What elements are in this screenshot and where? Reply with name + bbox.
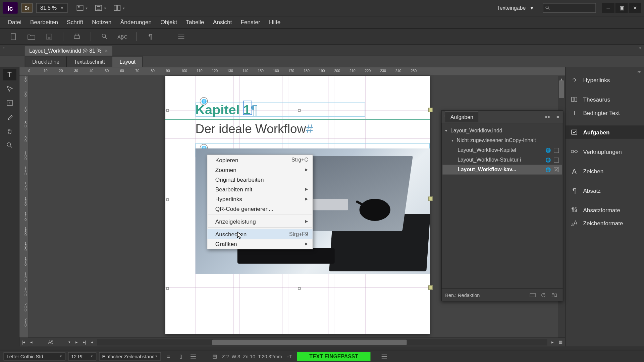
- dock-panel-hyperlinks[interactable]: Hyperlinks: [566, 73, 644, 87]
- search-input[interactable]: [543, 3, 596, 13]
- assignments-tab[interactable]: Aufgaben: [445, 111, 478, 122]
- menu-schrift[interactable]: Schrift: [62, 17, 88, 27]
- window-minimize-button[interactable]: ─: [602, 3, 614, 13]
- tree-status-icon[interactable]: 🌐: [544, 157, 552, 164]
- context-menu-item[interactable]: AuscheckenStrg+F9: [207, 229, 313, 239]
- copyfit-icon[interactable]: ↕T: [285, 352, 294, 360]
- position-tool[interactable]: [3, 97, 16, 109]
- document-tab[interactable]: Layout_Workflow.indd @ 81 % ×: [25, 46, 112, 56]
- dock-panel-aufgaben[interactable]: Aufgaben: [566, 125, 644, 139]
- assignment-tree-row[interactable]: Layout_Workflow-kav...🌐: [442, 165, 562, 175]
- status-menu-icon[interactable]: [379, 352, 389, 360]
- assignment-tree-row[interactable]: ▾Layout_Workflow.indd: [442, 126, 562, 136]
- scroll-thumb[interactable]: [212, 340, 407, 345]
- prev-page-button[interactable]: ◂: [28, 340, 36, 345]
- menu-ansicht[interactable]: Ansicht: [209, 17, 236, 27]
- open-icon[interactable]: [26, 32, 36, 41]
- close-tab-icon[interactable]: ×: [105, 48, 108, 54]
- menu-datei[interactable]: Datei: [4, 17, 26, 27]
- frame-handle[interactable]: [166, 287, 169, 290]
- view-tab-textabschnitt[interactable]: Textabschnitt: [66, 57, 112, 67]
- assignments-panel[interactable]: ⋮ Aufgaben ▸▸ ≡ ▾Layout_Workflow.indd▾Ni…: [441, 111, 563, 301]
- update-icon[interactable]: [527, 291, 538, 299]
- type-tool[interactable]: T: [3, 69, 16, 80]
- assignment-tree-row[interactable]: Layout_Workflow-Kapitel🌐: [442, 145, 562, 155]
- frame-outport[interactable]: [428, 108, 433, 112]
- tree-status-icon[interactable]: 🌐: [544, 166, 552, 173]
- eyedropper-tool[interactable]: [3, 111, 16, 123]
- context-menu-item[interactable]: Anzeigeleistung▶: [207, 217, 313, 226]
- dock-panel-absatzformate[interactable]: ¶§Absatzformate: [566, 203, 644, 217]
- ruler-origin[interactable]: [19, 67, 28, 76]
- context-menu-item[interactable]: KopierenStrg+C: [207, 155, 313, 165]
- frame-handle[interactable]: [166, 198, 169, 201]
- tree-status-icon[interactable]: [552, 166, 560, 173]
- bridge-button[interactable]: Br: [21, 3, 33, 13]
- workspace-mode-select[interactable]: Texteingabe ▼: [493, 4, 538, 12]
- menu-bearbeiten[interactable]: Bearbeiten: [26, 17, 62, 27]
- first-page-button[interactable]: |◂: [19, 340, 28, 345]
- page-field[interactable]: A5: [35, 340, 66, 345]
- menu-fenster[interactable]: Fenster: [236, 17, 264, 27]
- zoom-level-select[interactable]: 81,5 % ▼: [36, 3, 68, 13]
- menu-icon[interactable]: [176, 32, 186, 41]
- tree-status-icon[interactable]: 🌐: [544, 147, 552, 154]
- new-icon[interactable]: [9, 32, 18, 41]
- disclosure-triangle-icon[interactable]: ▾: [445, 129, 450, 133]
- print-icon[interactable]: [72, 32, 82, 41]
- hand-tool[interactable]: [3, 125, 16, 137]
- context-menu-item[interactable]: Bearbeiten mit▶: [207, 184, 313, 194]
- subtitle-heading[interactable]: Der ideale Workflow#: [196, 122, 313, 136]
- assignment-tree-row[interactable]: Layout_Workflow-Struktur i🌐: [442, 155, 562, 165]
- dock-panel-zeichenformate[interactable]: aAZeichenformate: [566, 217, 644, 230]
- stats-icon[interactable]: ▤: [210, 352, 219, 360]
- menu-hilfe[interactable]: Hilfe: [265, 17, 285, 27]
- horizontal-scrollbar[interactable]: [97, 339, 547, 345]
- find-icon[interactable]: [100, 32, 110, 41]
- view-tab-layout[interactable]: Layout: [112, 57, 143, 67]
- panel-menu-icon[interactable]: ≡: [553, 114, 563, 120]
- window-close-button[interactable]: ✕: [629, 3, 641, 13]
- dock-panel-bedingter text[interactable]: T̲Bedingter Text: [566, 106, 644, 119]
- spellcheck-icon[interactable]: ABC✓: [118, 32, 127, 41]
- menu-änderungen[interactable]: Änderungen: [116, 17, 156, 27]
- hscroll-left-icon[interactable]: ◂: [89, 340, 96, 345]
- menu-objekt[interactable]: Objekt: [156, 17, 181, 27]
- context-menu-item[interactable]: Hyperlinks▶: [207, 194, 313, 204]
- frame-outport[interactable]: [428, 197, 433, 201]
- font-family-select[interactable]: Letter Gothic Std▼: [4, 352, 66, 360]
- page-dropdown[interactable]: ▼: [66, 341, 72, 344]
- depth-icon[interactable]: ▯: [176, 352, 186, 360]
- hscroll-right-icon[interactable]: ▸: [549, 340, 556, 345]
- assignment-tree-row[interactable]: ▾Nicht zugewiesener InCopy-Inhalt: [442, 136, 562, 145]
- scroll-thumb[interactable]: [559, 80, 564, 98]
- expand-icon[interactable]: »: [3, 46, 5, 50]
- context-menu-item[interactable]: Zoomen▶: [207, 165, 313, 175]
- arrange-button[interactable]: ▼: [114, 3, 125, 13]
- save-icon[interactable]: [44, 32, 54, 41]
- menu-tabelle[interactable]: Tabelle: [181, 17, 209, 27]
- frame-handle[interactable]: [166, 109, 169, 112]
- last-page-button[interactable]: ▸|: [80, 340, 89, 345]
- context-menu-item[interactable]: QR-Code generieren...: [207, 204, 313, 214]
- view-mode-button-2[interactable]: ▼: [95, 3, 107, 13]
- collapse-panel-icon[interactable]: ▸▸: [543, 114, 553, 120]
- frame-outport[interactable]: [428, 285, 433, 290]
- zoom-tool[interactable]: [3, 139, 16, 151]
- disclosure-triangle-icon[interactable]: ▾: [451, 138, 457, 143]
- frame-handle[interactable]: [298, 109, 301, 112]
- horizontal-ruler[interactable]: 0102030405060708090100110120130140150160…: [28, 67, 565, 76]
- dock-panel-thesaurus[interactable]: Thesaurus: [566, 93, 644, 106]
- context-menu-item[interactable]: Original bearbeiten: [207, 175, 313, 184]
- context-menu-item[interactable]: Grafiken▶: [207, 239, 313, 249]
- view-mode-button-1[interactable]: ▼: [76, 3, 88, 13]
- collapse-icon[interactable]: «: [639, 46, 641, 50]
- frame-handle[interactable]: [298, 287, 301, 290]
- user-icon[interactable]: [549, 291, 559, 299]
- dock-panel-absatz[interactable]: ¶Absatz: [566, 184, 644, 197]
- menu-notizen[interactable]: Notizen: [88, 17, 116, 27]
- next-page-button[interactable]: ▸: [72, 340, 80, 345]
- tree-status-icon[interactable]: [552, 147, 560, 154]
- split-view-icon[interactable]: ▦: [556, 340, 565, 345]
- panel-grip-icon[interactable]: ⋮: [442, 115, 445, 119]
